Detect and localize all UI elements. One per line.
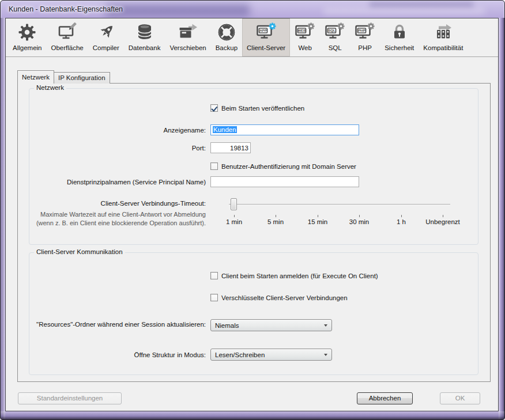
toolbar-item-sql[interactable]: SQL: [320, 18, 350, 56]
slider-tick: [318, 215, 318, 217]
spn-label: Dienstprinzipalnamen (Service Principal …: [29, 178, 206, 187]
group-netzwerk: Netzwerk Beim Starten veröffentlichen An…: [29, 88, 478, 245]
life-ring-icon: [217, 21, 236, 44]
slider-thumb[interactable]: [231, 198, 237, 210]
tab-bar: Netzwerk IP Konfiguration: [17, 70, 110, 84]
ok-button[interactable]: OK: [440, 392, 480, 404]
spn-input[interactable]: [210, 176, 359, 187]
titlebar-glass-overlay: [323, 8, 485, 14]
monitor-sql-gear-icon: SQL: [325, 21, 345, 44]
toolbar-item-label: Backup: [216, 44, 238, 51]
cancel-button[interactable]: Abbrechen: [357, 392, 413, 404]
checkbox-checked-icon[interactable]: [210, 104, 218, 112]
slider-tick: [276, 215, 276, 217]
group-title: Netzwerk: [34, 84, 66, 91]
dialog-client-area: Allgemein Oberfläche: [5, 18, 499, 411]
slider-tick-label: 15 min: [308, 218, 328, 225]
display-name-label: Anzeigename:: [29, 126, 206, 135]
database-icon: [135, 21, 154, 44]
slider-tick-label: Unbegrenzt: [425, 218, 459, 225]
monitor-app-gear-icon: APP: [256, 21, 277, 44]
toolbar-item-compiler[interactable]: Compiler: [88, 18, 124, 56]
toolbar-item-label: Datenbank: [129, 44, 161, 51]
group-title: Client-Server Kommunikation: [34, 248, 125, 255]
toolbar-item-datenbank[interactable]: Datenbank: [124, 18, 165, 56]
toolbar-item-kompatibilitaet[interactable]: Kompatibilität: [419, 18, 468, 56]
toolbar-item-verschieben[interactable]: Verschieben: [165, 18, 210, 56]
register-on-startup-checkbox[interactable]: Client beim Starten anmelden (für Execut…: [210, 272, 378, 279]
window-title: Kunden - Datenbank-Eigenschaften: [9, 1, 123, 18]
toolbar-item-client-server[interactable]: APP: [242, 18, 290, 56]
resources-folder-select[interactable]: Niemals: [210, 319, 332, 331]
window-frame-right: [499, 18, 504, 419]
checkbox-label: Benutzer-Authentifizierung mit Domain Se…: [221, 163, 356, 170]
properties-toolbar: Allgemein Oberfläche: [6, 18, 498, 57]
checkbox-label: Verschlüsselte Client-Server Verbindunge…: [221, 294, 348, 301]
rocket-icon: [96, 21, 116, 44]
window-frame-left: [1, 18, 5, 419]
slider-tick: [359, 215, 360, 217]
chevron-down-icon: [324, 324, 327, 327]
svg-text:WEB: WEB: [297, 28, 306, 32]
toolbar-item-label: Sicherheit: [385, 44, 414, 51]
display-name-input[interactable]: Kunden: [210, 124, 359, 135]
timeout-slider: 1 min 5 min 15 min 30 min 1 h Unbegrenzt: [229, 198, 450, 228]
checkbox-unchecked-icon[interactable]: [210, 272, 218, 279]
titlebar[interactable]: Kunden - Datenbank-Eigenschaften: [1, 1, 504, 18]
box-arrow-icon: [178, 21, 198, 44]
database-properties-window: Kunden - Datenbank-Eigenschaften: [0, 0, 505, 420]
tab-panel-netzwerk: Netzwerk Beim Starten veröffentlichen An…: [17, 83, 491, 382]
slider-tick: [234, 215, 235, 217]
toolbar-item-allgemein[interactable]: Allgemein: [8, 18, 47, 56]
slider-tick: [443, 215, 443, 217]
svg-text:APP: APP: [259, 28, 267, 32]
svg-text:PHP: PHP: [358, 28, 365, 32]
checkbox-unchecked-icon[interactable]: [210, 162, 218, 170]
port-input[interactable]: [210, 142, 251, 153]
toolbar-item-label: Client-Server: [247, 44, 285, 51]
open-mode-select[interactable]: Lesen/Schreiben: [210, 349, 332, 361]
encrypted-connections-checkbox[interactable]: Verschlüsselte Client-Server Verbindunge…: [210, 294, 348, 301]
selected-option: Niemals: [215, 322, 239, 329]
tab-ip-konfiguration[interactable]: IP Konfiguration: [54, 72, 110, 84]
defaults-button[interactable]: Standardeinstellungen: [18, 392, 122, 404]
domain-auth-checkbox[interactable]: Benutzer-Authentifizierung mit Domain Se…: [210, 162, 356, 170]
gear-icon: [17, 21, 37, 44]
slider-tick-label: 5 min: [267, 218, 284, 225]
monitor-php-gear-icon: PHP: [355, 21, 375, 44]
timeout-help-text: Maximale Wartezeit auf eine Client-Antwo…: [29, 210, 206, 228]
titlebar-glass-overlay: [370, 2, 473, 7]
checkbox-unchecked-icon[interactable]: [210, 294, 218, 301]
toolbar-item-php[interactable]: PHP: [350, 18, 380, 56]
servers-arrow-icon: [434, 21, 453, 44]
checkbox-label: Beim Starten veröffentlichen: [221, 105, 304, 112]
timeout-label: Client-Server Verbindungs-Timeout:: [29, 199, 206, 208]
padlock-icon: [390, 21, 409, 44]
toolbar-item-sicherheit[interactable]: Sicherheit: [380, 18, 419, 56]
selected-text: Kunden: [213, 126, 237, 133]
checkbox-label: Client beim Starten anmelden (für Execut…: [221, 273, 378, 279]
svg-text:SQL: SQL: [328, 28, 336, 32]
monitor-pencil-icon: [58, 21, 77, 44]
window-frame-bottom: [1, 411, 504, 419]
slider-tick-label: 30 min: [349, 218, 370, 225]
slider-tick-label: 1 h: [397, 218, 406, 225]
toolbar-item-label: Verschieben: [169, 44, 206, 51]
titlebar-glass-overlay: [105, 4, 250, 17]
toolbar-item-label: Web: [298, 44, 311, 51]
toolbar-item-oberflaeche[interactable]: Oberfläche: [47, 18, 88, 56]
toolbar-item-label: PHP: [358, 44, 372, 51]
publish-on-startup-checkbox[interactable]: Beim Starten veröffentlichen: [210, 104, 304, 112]
toolbar-item-label: Kompatibilität: [423, 44, 463, 51]
monitor-web-gear-icon: WEB: [295, 21, 315, 44]
selected-option: Lesen/Schreiben: [215, 351, 265, 358]
tab-netzwerk[interactable]: Netzwerk: [17, 70, 54, 84]
toolbar-item-label: Allgemein: [13, 44, 42, 51]
slider-track[interactable]: [229, 204, 450, 205]
toolbar-item-web[interactable]: WEB: [290, 18, 320, 56]
slider-tick-label: 1 min: [226, 218, 242, 225]
open-mode-label: Öffne Struktur in Modus:: [29, 351, 206, 360]
toolbar-item-backup[interactable]: Backup: [211, 18, 242, 56]
toolbar-item-label: SQL: [329, 44, 342, 51]
toolbar-item-label: Compiler: [93, 44, 119, 51]
